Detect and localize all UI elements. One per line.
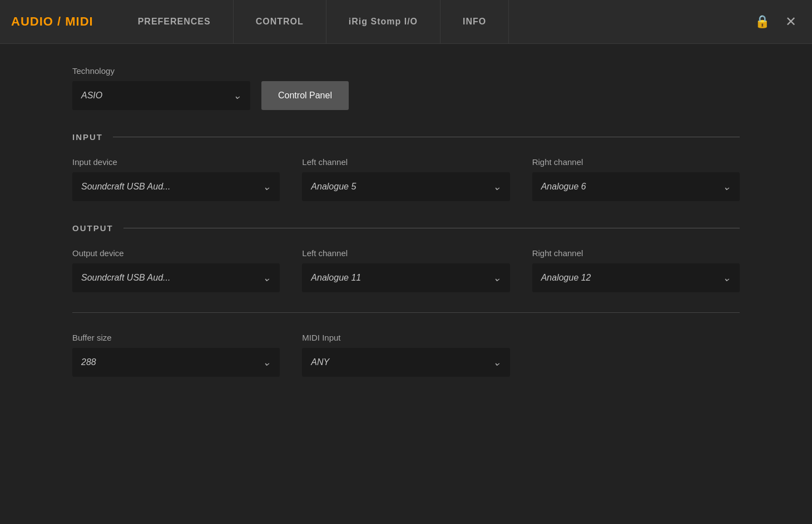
output-right-channel-value: Analogue 12 — [541, 273, 591, 283]
chevron-down-icon: ⌄ — [493, 272, 501, 284]
output-device-label: Output device — [72, 248, 280, 258]
output-divider: OUTPUT — [72, 223, 740, 233]
input-left-channel-group: Left channel Analogue 5 ⌄ — [302, 157, 509, 201]
output-left-channel-value: Analogue 11 — [311, 273, 361, 283]
output-device-dropdown[interactable]: Soundcraft USB Aud... ⌄ — [72, 263, 280, 292]
input-device-label: Input device — [72, 157, 280, 167]
buffer-size-dropdown[interactable]: 288 ⌄ — [72, 348, 280, 377]
input-section-label: INPUT — [72, 132, 103, 142]
horizontal-separator — [72, 312, 740, 313]
control-panel-button[interactable]: Control Panel — [261, 81, 349, 110]
input-right-channel-dropdown[interactable]: Analogue 6 ⌄ — [532, 172, 740, 201]
technology-row: ASIO ⌄ Control Panel — [72, 81, 740, 110]
technology-section: Technology ASIO ⌄ Control Panel — [72, 66, 740, 110]
technology-dropdown[interactable]: ASIO ⌄ — [72, 81, 250, 110]
output-right-channel-dropdown[interactable]: Analogue 12 ⌄ — [532, 263, 740, 292]
midi-input-group: MIDI Input ANY ⌄ — [302, 333, 509, 377]
bottom-section: Buffer size 288 ⌄ MIDI Input ANY ⌄ — [72, 333, 740, 377]
output-divider-line — [123, 228, 740, 228]
output-left-channel-dropdown[interactable]: Analogue 11 ⌄ — [302, 263, 509, 292]
tab-irig[interactable]: iRig Stomp I/O — [326, 0, 440, 43]
input-device-value: Soundcraft USB Aud... — [81, 182, 170, 192]
input-left-channel-dropdown[interactable]: Analogue 5 ⌄ — [302, 172, 509, 201]
technology-label: Technology — [72, 66, 740, 76]
main-content: Technology ASIO ⌄ Control Panel INPUT In… — [0, 44, 812, 524]
nav-bar: PREFERENCES CONTROL iRig Stomp I/O INFO — [116, 0, 755, 43]
input-section: INPUT Input device Soundcraft USB Aud...… — [72, 132, 740, 201]
input-device-dropdown[interactable]: Soundcraft USB Aud... ⌄ — [72, 172, 280, 201]
buffer-size-value: 288 — [81, 357, 96, 367]
output-right-channel-group: Right channel Analogue 12 ⌄ — [532, 248, 740, 292]
chevron-down-icon: ⌄ — [722, 272, 731, 284]
output-section: OUTPUT Output device Soundcraft USB Aud.… — [72, 223, 740, 292]
main-window: AUDIO / MIDI PREFERENCES CONTROL iRig St… — [0, 0, 812, 524]
chevron-down-icon: ⌄ — [263, 181, 271, 193]
midi-input-dropdown[interactable]: ANY ⌄ — [302, 348, 509, 377]
output-right-channel-label: Right channel — [532, 248, 740, 258]
app-title: AUDIO / MIDI — [11, 14, 93, 29]
input-left-channel-label: Left channel — [302, 157, 509, 167]
input-right-channel-group: Right channel Analogue 6 ⌄ — [532, 157, 740, 201]
chevron-down-icon: ⌄ — [233, 89, 241, 102]
input-divider-line — [113, 137, 740, 137]
input-fields: Input device Soundcraft USB Aud... ⌄ Lef… — [72, 157, 740, 201]
input-device-group: Input device Soundcraft USB Aud... ⌄ — [72, 157, 280, 201]
input-left-channel-value: Analogue 5 — [311, 182, 356, 192]
header: AUDIO / MIDI PREFERENCES CONTROL iRig St… — [0, 0, 812, 44]
close-button[interactable]: ✕ — [781, 12, 801, 32]
lock-icon[interactable]: 🔒 — [755, 14, 770, 29]
midi-input-value: ANY — [311, 357, 329, 367]
output-left-channel-group: Left channel Analogue 11 ⌄ — [302, 248, 509, 292]
buffer-size-label: Buffer size — [72, 333, 280, 342]
chevron-down-icon: ⌄ — [493, 181, 501, 193]
chevron-down-icon: ⌄ — [263, 356, 271, 368]
output-fields: Output device Soundcraft USB Aud... ⌄ Le… — [72, 248, 740, 292]
output-device-value: Soundcraft USB Aud... — [81, 273, 170, 283]
input-right-channel-value: Analogue 6 — [541, 182, 586, 192]
input-right-channel-label: Right channel — [532, 157, 740, 167]
output-section-label: OUTPUT — [72, 223, 113, 233]
tab-control[interactable]: CONTROL — [234, 0, 326, 43]
tab-preferences[interactable]: PREFERENCES — [116, 0, 234, 43]
chevron-down-icon: ⌄ — [493, 356, 501, 368]
output-left-channel-label: Left channel — [302, 248, 509, 258]
buffer-size-group: Buffer size 288 ⌄ — [72, 333, 280, 377]
empty-group — [532, 333, 740, 377]
output-device-group: Output device Soundcraft USB Aud... ⌄ — [72, 248, 280, 292]
header-right: 🔒 ✕ — [755, 12, 801, 32]
chevron-down-icon: ⌄ — [263, 272, 271, 284]
midi-input-label: MIDI Input — [302, 333, 509, 342]
tab-info[interactable]: INFO — [440, 0, 509, 43]
technology-value: ASIO — [81, 91, 102, 101]
input-divider: INPUT — [72, 132, 740, 142]
chevron-down-icon: ⌄ — [722, 181, 731, 193]
